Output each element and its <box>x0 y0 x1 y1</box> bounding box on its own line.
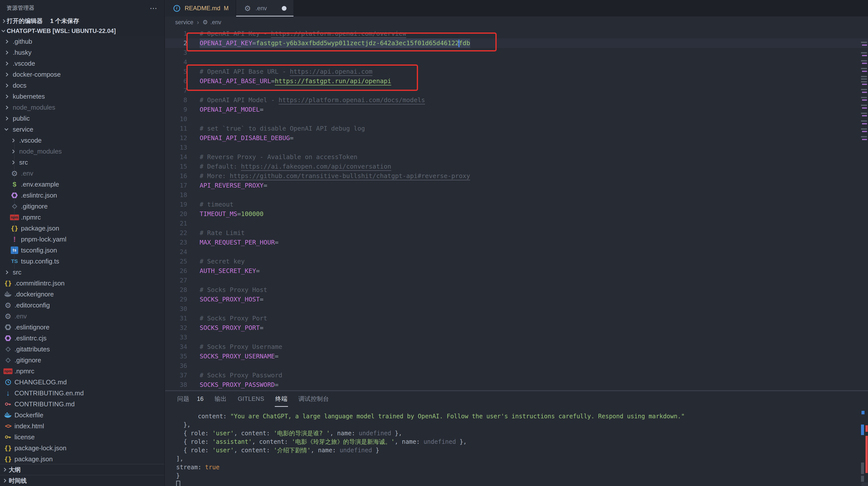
editor-line-34: 34# Socks Proxy Username <box>165 342 868 352</box>
tree-file-Dockerfile[interactable]: Dockerfile <box>0 409 164 421</box>
tab-.env[interactable]: ⚙.env <box>236 0 294 17</box>
line-content: # Secret key <box>200 257 245 266</box>
tree-file-CONTRIBUTING.en.md[interactable]: ↓CONTRIBUTING.en.md <box>0 388 164 399</box>
tree-file-package.json[interactable]: {}package.json <box>0 223 164 234</box>
tree-item-label: public <box>13 115 30 122</box>
tree-file-.gitignore[interactable]: .gitignore <box>0 355 164 366</box>
braces-icon: {} <box>3 279 12 288</box>
tree-folder-docs[interactable]: docs <box>0 80 164 91</box>
key-yellow-icon <box>3 433 12 441</box>
workspace-root-row[interactable]: CHATGPT-WEB [WSL: UBUNTU-22.04] <box>0 26 164 36</box>
editor-line-21: 21 <box>165 219 868 228</box>
line-number: 13 <box>165 143 187 152</box>
tree-item-label: .eslintignore <box>14 323 50 331</box>
panel-tab-调试控制台[interactable]: 调试控制台 <box>299 395 329 403</box>
line-number: 10 <box>165 114 187 124</box>
terminal-scrollbar-thumb[interactable] <box>861 476 864 482</box>
terminal-line: stream: true <box>176 463 858 471</box>
tree-file-.dockerignore[interactable]: .dockerignore <box>0 289 164 300</box>
tree-file-.npmrc[interactable]: npm.npmrc <box>0 212 164 223</box>
panel-tab-GITLENS[interactable]: GITLENS <box>238 395 264 402</box>
explorer-sidebar: 资源管理器 ⋯ 打开的编辑器 1 个未保存 CHATGPT-WEB [WSL: … <box>0 0 165 486</box>
timeline-section[interactable]: 时间线 <box>0 475 164 486</box>
tree-item-label: .gitignore <box>21 203 48 210</box>
tree-folder-docker-compose[interactable]: docker-compose <box>0 69 164 80</box>
tree-file-index.html[interactable]: <>index.html <box>0 421 164 432</box>
tree-item-label: docs <box>13 82 27 89</box>
editor-line-7: 7 <box>165 86 868 95</box>
tree-file-.env[interactable]: ⚙.env <box>0 168 164 179</box>
tree-folder-.github[interactable]: .github <box>0 36 164 47</box>
editor-line-15: 15# Default: https://ai.fakeopen.com/api… <box>165 162 868 171</box>
tree-file-.eslintrc.cjs[interactable]: .eslintrc.cjs <box>0 333 164 344</box>
chevron-right-icon <box>1 19 5 23</box>
tree-folder-src[interactable]: src <box>0 267 164 278</box>
tree-folder-src[interactable]: src <box>0 157 164 168</box>
code-editor[interactable]: 1# OpenAI API Key - https://platform.ope… <box>165 28 868 390</box>
editor-line-27: 27 <box>165 276 868 285</box>
panel-tab-终端[interactable]: 终端 <box>275 395 287 403</box>
panel-tab-输出[interactable]: 输出 <box>215 395 227 403</box>
tree-file-tsconfig.json[interactable]: tstsconfig.json <box>0 245 164 256</box>
tree-file-CHANGELOG.md[interactable]: CHANGELOG.md <box>0 377 164 388</box>
line-number: 30 <box>165 304 187 314</box>
tree-file-CONTRIBUTING.md[interactable]: CONTRIBUTING.md <box>0 399 164 409</box>
outline-section[interactable]: 大纲 <box>0 464 164 475</box>
explorer-header: 资源管理器 ⋯ <box>0 0 164 16</box>
tree-folder-kubernetes[interactable]: kubernetes <box>0 91 164 102</box>
tree-file-.eslintignore[interactable]: .eslintignore <box>0 322 164 333</box>
tab-label: .env <box>255 5 267 12</box>
open-editors-label: 打开的编辑器 <box>7 17 43 25</box>
tree-indent-guide <box>14 138 14 269</box>
tree-folder-service[interactable]: service <box>0 124 164 135</box>
tab-README.md[interactable]: iREADME.mdM <box>165 0 236 17</box>
tree-item-label: node_modules <box>19 148 62 155</box>
breadcrumb-file[interactable]: .env <box>210 19 221 26</box>
line-content: OPENAI_API_KEY=fastgpt-y6b3axfbdd5wyp011… <box>200 38 470 48</box>
minimap-mark <box>862 139 867 140</box>
tree-folder-node_modules[interactable]: node_modules <box>0 146 164 157</box>
editor-line-37: 37# Socks Proxy Password <box>165 371 868 380</box>
open-editors-section[interactable]: 打开的编辑器 1 个未保存 <box>0 16 164 26</box>
unsaved-dot-icon[interactable] <box>282 6 286 11</box>
tree-folder-.vscode[interactable]: .vscode <box>0 135 164 146</box>
minimap[interactable] <box>861 28 868 178</box>
tree-file-.editorconfig[interactable]: ⚙.editorconfig <box>0 300 164 311</box>
line-content: # More: https://github.com/transitive-bu… <box>200 171 470 181</box>
line-content: OPENAI_API_MODEL= <box>200 105 264 114</box>
tree-item-label: tsup.config.ts <box>21 257 59 265</box>
tree-item-label: .dockerignore <box>14 290 54 298</box>
panel-tab-问题[interactable]: 问题 <box>177 395 189 403</box>
line-content: OPENAI_API_BASE_URL=https://fastgpt.run/… <box>200 77 391 86</box>
tree-file-.commitlintrc.json[interactable]: {}.commitlintrc.json <box>0 278 164 289</box>
tree-file-package.json[interactable]: {}package.json <box>0 454 164 464</box>
tree-file-.env.example[interactable]: $.env.example <box>0 179 164 190</box>
line-number: 16 <box>165 171 187 181</box>
tree-folder-.husky[interactable]: .husky <box>0 47 164 58</box>
terminal-output[interactable]: content: "You are ChatGPT, a large langu… <box>176 412 858 486</box>
chevron-right-icon <box>4 51 8 54</box>
tree-folder-public[interactable]: public <box>0 113 164 124</box>
tree-item-label: .gitignore <box>14 356 41 364</box>
tree-folder-node_modules[interactable]: node_modules <box>0 102 164 113</box>
tree-file-.env[interactable]: ⚙.env <box>0 311 164 322</box>
tree-folder-.vscode[interactable]: .vscode <box>0 58 164 69</box>
editor-line-20: 20TIMEOUT_MS=100000 <box>165 209 868 219</box>
editor-line-38: 38SOCKS_PROXY_PASSWORD= <box>165 380 868 390</box>
editor-line-3: 3 <box>165 48 868 57</box>
breadcrumb-folder[interactable]: service <box>175 19 193 26</box>
tree-file-.npmrc[interactable]: npm.npmrc <box>0 366 164 377</box>
tree-file-license[interactable]: license <box>0 432 164 442</box>
line-number: 33 <box>165 333 187 342</box>
tree-file-tsup.config.ts[interactable]: TStsup.config.ts <box>0 256 164 267</box>
tree-file-package-lock.json[interactable]: {}package-lock.json <box>0 442 164 454</box>
editor-line-36: 36 <box>165 361 868 371</box>
tree-file-pnpm-lock.yaml[interactable]: !pnpm-lock.yaml <box>0 234 164 245</box>
tree-file-.gitattributes[interactable]: .gitattributes <box>0 344 164 355</box>
tree-file-.gitignore[interactable]: .gitignore <box>0 201 164 212</box>
editor-line-33: 33 <box>165 333 868 342</box>
tree-item-label: kubernetes <box>13 93 45 101</box>
terminal-scrollbar-thumb[interactable] <box>861 462 864 474</box>
tree-file-.eslintrc.json[interactable]: .eslintrc.json <box>0 190 164 201</box>
more-actions-icon[interactable]: ⋯ <box>150 4 158 12</box>
